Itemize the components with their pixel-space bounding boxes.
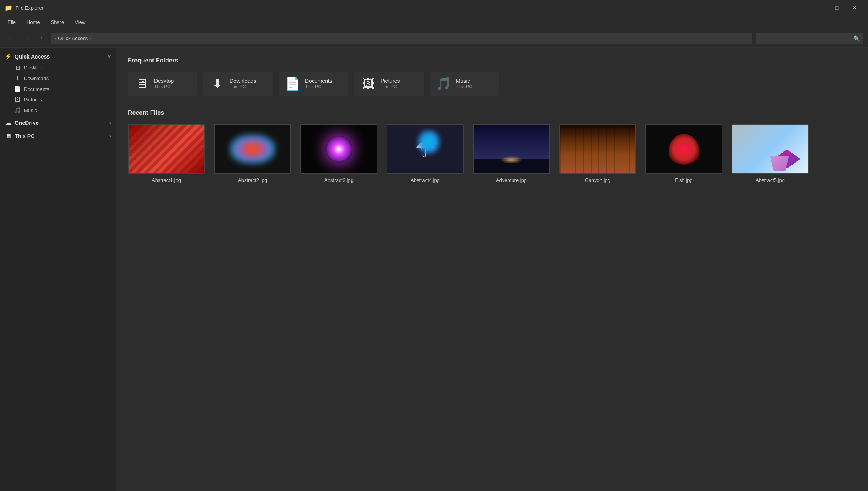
onedrive-label: OneDrive [15,120,39,126]
breadcrumb-end-separator: › [89,35,91,41]
sidebar-thispc[interactable]: 🖥 This PC › [0,130,116,141]
sidebar-pictures[interactable]: 🖼 Pictures [0,94,116,105]
file-abstract4-name: Abstract4.jpg [411,177,440,183]
sidebar-downloads[interactable]: ⬇ Downloads [0,73,116,84]
content-area: Frequent Folders 🖥 Desktop This PC ⬇ Dow… [116,48,868,491]
folder-desktop-sub: This PC [154,84,174,89]
file-canyon[interactable]: Canyon.jpg [559,124,636,183]
search-bar[interactable]: 🔍 [756,33,863,44]
folder-downloads-name: Downloads [230,78,256,84]
thispc-icon: 🖥 [5,133,12,139]
quick-access-label: Quick Access [15,54,50,60]
file-fish-thumb [645,124,722,174]
window-controls: ─ □ ✕ [810,2,863,14]
file-abstract2-thumb [214,124,291,174]
file-fish-name: Fish.jpg [675,177,693,183]
file-adventure[interactable]: Adventure.jpg [473,124,550,183]
onedrive-chevron: › [109,120,111,126]
sidebar-pictures-label: Pictures [24,97,42,103]
breadcrumb-separator: › [55,35,56,41]
file-canyon-name: Canyon.jpg [585,177,610,183]
desktop-icon: 🖥 [14,64,21,71]
file-abstract4[interactable]: Abstract4.jpg [387,124,464,183]
title-bar: 📁 File Explorer ─ □ ✕ [0,0,868,15]
breadcrumb-quick-access[interactable]: Quick Access [58,35,88,41]
breadcrumb[interactable]: › Quick Access › [51,33,752,44]
search-input[interactable] [759,35,851,41]
back-button[interactable]: ← [5,32,17,45]
window-title: File Explorer [15,5,44,11]
folder-documents[interactable]: 📄 Documents This PC [279,72,348,96]
file-abstract1[interactable]: Abstract1.jpg [128,124,205,183]
sidebar-desktop-label: Desktop [24,65,42,71]
thispc-section: 🖥 This PC › [0,130,116,141]
up-button[interactable]: ↑ [35,32,48,45]
quick-access-chevron: ∨ [107,54,111,59]
folder-documents-name: Documents [305,78,332,84]
file-adventure-thumb [473,124,550,174]
sidebar-documents[interactable]: 📄 Documents [0,84,116,94]
folder-documents-sub: This PC [305,84,332,89]
file-fish[interactable]: Fish.jpg [645,124,722,183]
sidebar-music[interactable]: 🎵 Music [0,105,116,116]
file-adventure-name: Adventure.jpg [496,177,527,183]
forward-button[interactable]: → [20,32,32,45]
app-icon: 📁 [5,4,12,12]
folder-music-name: Music [456,78,473,84]
file-abstract5-name: Abstract5.jpg [756,177,785,183]
quick-access-section: ⚡ Quick Access ∨ 🖥 Desktop ⬇ Downloads 📄… [0,51,116,116]
folder-music[interactable]: 🎵 Music This PC [430,72,499,96]
main-content: ⚡ Quick Access ∨ 🖥 Desktop ⬇ Downloads 📄… [0,48,868,491]
file-abstract3-name: Abstract3.jpg [324,177,354,183]
pictures-icon: 🖼 [14,96,21,103]
file-abstract4-thumb [387,124,464,174]
folder-desktop[interactable]: 🖥 Desktop This PC [128,72,197,96]
folder-downloads[interactable]: ⬇ Downloads This PC [203,72,273,96]
folder-music-sub: This PC [456,84,473,89]
sidebar-downloads-label: Downloads [24,76,49,81]
menu-bar: File Home Share View [0,15,868,29]
sidebar-onedrive[interactable]: ☁ OneDrive › [0,117,116,129]
minimize-button[interactable]: ─ [810,2,828,14]
folder-pictures-name: Pictures [380,78,400,84]
folder-desktop-name: Desktop [154,78,174,84]
close-button[interactable]: ✕ [846,2,863,14]
folder-music-icon: 🎵 [436,76,451,91]
frequent-folders-title: Frequent Folders [128,57,856,64]
documents-icon: 📄 [14,86,21,92]
onedrive-section: ☁ OneDrive › [0,117,116,129]
folder-pictures-sub: This PC [380,84,400,89]
file-abstract3-thumb [300,124,377,174]
maximize-button[interactable]: □ [828,2,846,14]
file-canyon-thumb [559,124,636,174]
menu-share[interactable]: Share [46,18,69,27]
quick-access-icon: ⚡ [5,53,12,60]
sidebar-quick-access[interactable]: ⚡ Quick Access ∨ [0,51,116,62]
downloads-icon: ⬇ [14,75,21,82]
menu-file[interactable]: File [3,18,20,27]
file-abstract5[interactable]: Abstract5.jpg [732,124,809,183]
file-abstract2-name: Abstract2.jpg [238,177,267,183]
search-icon: 🔍 [853,35,860,42]
file-abstract2[interactable]: Abstract2.jpg [214,124,291,183]
file-abstract1-thumb [128,124,205,174]
folder-downloads-sub: This PC [230,84,256,89]
folder-pictures[interactable]: 🖼 Pictures This PC [354,72,424,96]
thispc-label: This PC [15,133,35,139]
folder-downloads-icon: ⬇ [209,76,225,91]
nav-bar: ← → ↑ › Quick Access › 🔍 [0,29,868,48]
file-abstract3[interactable]: Abstract3.jpg [300,124,377,183]
folder-pictures-icon: 🖼 [360,77,376,91]
folder-desktop-icon: 🖥 [134,77,149,91]
music-icon: 🎵 [14,107,21,114]
file-abstract5-thumb [732,124,809,174]
menu-home[interactable]: Home [22,18,45,27]
sidebar-desktop[interactable]: 🖥 Desktop [0,62,116,73]
files-grid: Abstract1.jpg Abstract2.jpg Abstract3.jp… [128,124,856,183]
menu-view[interactable]: View [70,18,90,27]
onedrive-icon: ☁ [5,119,12,126]
recent-files-title: Recent Files [128,109,856,116]
sidebar: ⚡ Quick Access ∨ 🖥 Desktop ⬇ Downloads 📄… [0,48,116,491]
sidebar-music-label: Music [24,108,37,113]
thispc-chevron: › [109,133,111,139]
